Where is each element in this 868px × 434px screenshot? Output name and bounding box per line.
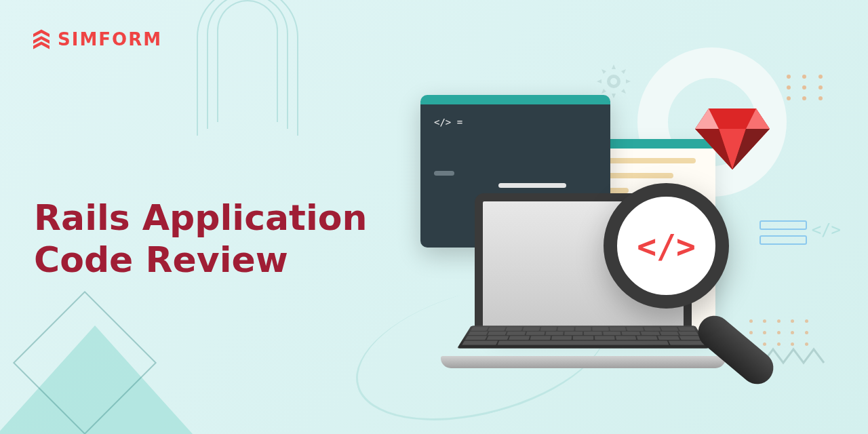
dot-grid-top [787, 75, 827, 100]
code-tag-label: </> = [434, 117, 597, 127]
logo-text: SIMFORM [58, 29, 162, 50]
code-bracket-symbol: </> [637, 227, 696, 265]
magnifier-icon: </> [604, 183, 746, 326]
brand-logo: SIMFORM [31, 28, 162, 50]
illustration: </> = </> [420, 85, 753, 383]
code-tag-decoration: </> [812, 220, 841, 239]
ruby-gem-icon [695, 105, 770, 170]
dot-grid-bottom [749, 319, 810, 346]
keyboard [457, 326, 709, 348]
bars-decoration [760, 220, 807, 245]
arch-decoration [197, 0, 332, 149]
simform-logo-icon [31, 28, 52, 50]
page-title: Rails ApplicationCode Review [34, 197, 368, 281]
